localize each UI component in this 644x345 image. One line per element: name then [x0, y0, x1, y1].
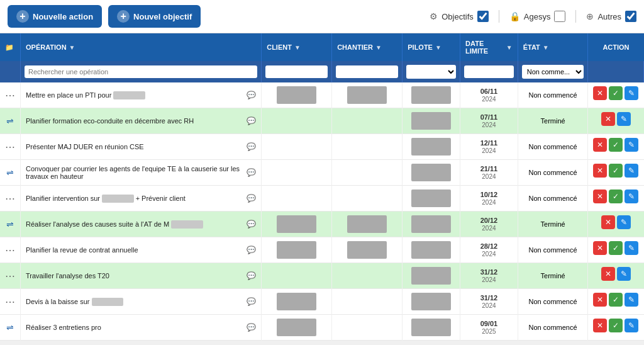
operation-cell: Réaliser l'analyse des causes suite à l'…: [21, 212, 262, 237]
etat-badge: Terminé: [541, 117, 565, 125]
operation-text: Réaliser l'analyse des causes suite à l'…: [26, 220, 243, 229]
delete-button[interactable]: ✕: [593, 293, 607, 307]
operation-cell: Présenter MAJ DUER en réunion CSE💬: [21, 134, 262, 160]
etat-badge: Terminé: [541, 220, 565, 228]
action-cell: ✕✓✎: [588, 186, 643, 207]
col-etat-header[interactable]: ÉTAT ▼: [518, 33, 588, 61]
chantier-cell: [332, 263, 402, 289]
delete-button[interactable]: ✕: [593, 164, 607, 178]
delete-button[interactable]: ✕: [593, 241, 607, 255]
table-row: ⇌Réaliser l'analyse des causes suite à l…: [0, 212, 644, 237]
sort-etat-icon: ▼: [543, 44, 549, 51]
operation-cell: Planifier formation eco-conduite en déce…: [21, 108, 262, 134]
col-date-header[interactable]: DATE LIMITE ▼: [460, 33, 518, 61]
operation-text: Planifier la revue de contrat annuelle: [26, 246, 243, 254]
pilote-cell: ████████████: [402, 315, 460, 341]
validate-button[interactable]: ✓: [609, 138, 623, 152]
dots-icon: ⋯: [5, 245, 15, 256]
filter-client-input[interactable]: [265, 65, 328, 78]
pilote-cell: ████████████: [402, 186, 460, 212]
col-operation-header[interactable]: OPÉRATION ▼: [21, 33, 262, 61]
client-cell: ████████████: [262, 212, 332, 237]
client-cell: [262, 263, 332, 289]
edit-button[interactable]: ✎: [617, 267, 631, 281]
etat-cell: Non commencé: [518, 186, 588, 212]
validate-button[interactable]: ✓: [609, 319, 623, 332]
edit-button[interactable]: ✎: [617, 112, 631, 126]
date-year: 2024: [482, 251, 496, 257]
edit-button[interactable]: ✎: [625, 319, 638, 332]
table-row: ⋯Mettre en place un PTI pour ██████💬████…: [0, 82, 644, 108]
date-year: 2024: [482, 96, 496, 103]
filter-date-input[interactable]: 31/12/2024: [464, 65, 514, 78]
etat-badge: Non commencé: [529, 169, 577, 176]
delete-button[interactable]: ✕: [593, 138, 607, 152]
new-action-label: Nouvelle action: [33, 12, 93, 21]
etat-cell: Non commencé: [518, 160, 588, 186]
new-action-button[interactable]: + Nouvelle action: [8, 5, 102, 28]
date-year: 2025: [482, 328, 496, 335]
filter-operation-input[interactable]: [25, 65, 257, 78]
filter-pilote-select[interactable]: [406, 65, 456, 79]
chat-icon: 💬: [247, 116, 256, 125]
delete-button[interactable]: ✕: [593, 319, 607, 332]
date-year: 2024: [482, 173, 496, 180]
filter-objectifs-checkbox[interactable]: [477, 11, 489, 22]
pilote-blurred: ████████████: [411, 86, 451, 104]
chantier-cell: [332, 315, 402, 341]
validate-button[interactable]: ✓: [609, 86, 623, 100]
new-objectif-label: Nouvel objectif: [133, 12, 192, 21]
delete-button[interactable]: ✕: [601, 112, 615, 126]
validate-button[interactable]: ✓: [609, 241, 623, 255]
sort-date-icon: ▼: [506, 44, 513, 51]
new-objectif-button[interactable]: + Nouvel objectif: [108, 5, 201, 28]
table-row: ⋯Devis à la baisse sur ██████💬██████████…: [0, 289, 644, 315]
pilote-cell: ████████████: [402, 160, 460, 186]
delete-button[interactable]: ✕: [593, 86, 607, 100]
row-icon-cell: ⋯: [0, 237, 21, 263]
filter-chantier-input[interactable]: [336, 65, 398, 78]
edit-button[interactable]: ✎: [625, 241, 638, 255]
filter-agesys-checkbox[interactable]: [554, 11, 565, 22]
pilote-cell: ████████████: [402, 289, 460, 315]
edit-button[interactable]: ✎: [625, 86, 638, 100]
col-pilote-header[interactable]: PILOTE ▼: [402, 33, 460, 61]
operation-cell: Planifier la revue de contrat annuelle💬: [21, 237, 262, 263]
chat-icon: 💬: [247, 271, 256, 280]
action-cell: ✕✓✎: [588, 134, 643, 156]
date-cell: 06/112024: [460, 82, 518, 108]
chantier-cell: [332, 108, 402, 134]
operation-text: Convoquer par courrier les agents de l'e…: [26, 165, 243, 180]
date-year: 2024: [482, 122, 496, 128]
edit-button[interactable]: ✎: [625, 164, 638, 178]
delete-button[interactable]: ✕: [601, 267, 615, 281]
col-client-header[interactable]: CLIENT ▼: [262, 33, 332, 61]
filter-row-icon: ⇌: [6, 167, 14, 178]
date-cell: 10/122024: [460, 186, 518, 212]
date-cell: 09/012025: [460, 315, 518, 341]
delete-button[interactable]: ✕: [593, 189, 607, 203]
table-row: ⇌Planifier formation eco-conduite en déc…: [0, 108, 644, 134]
edit-button[interactable]: ✎: [617, 215, 631, 229]
edit-button[interactable]: ✎: [625, 138, 638, 152]
operation-text: Présenter MAJ DUER en réunion CSE: [26, 143, 243, 150]
col-chantier-header[interactable]: CHANTIER ▼: [332, 33, 402, 61]
etat-badge: Non commencé: [529, 298, 577, 305]
operation-cell: Devis à la baisse sur ██████💬: [21, 289, 262, 315]
delete-button[interactable]: ✕: [601, 215, 615, 229]
operation-cell: Mettre en place un PTI pour ██████💬: [21, 82, 262, 108]
chantier-cell: [332, 160, 402, 186]
col-action-header: ACTION: [588, 33, 644, 61]
row-icon-cell: ⋯: [0, 82, 21, 108]
chantier-cell: [332, 134, 402, 160]
filter-etat-select[interactable]: Non comme...: [522, 65, 584, 79]
edit-button[interactable]: ✎: [625, 293, 638, 307]
validate-button[interactable]: ✓: [609, 164, 623, 178]
validate-button[interactable]: ✓: [609, 189, 623, 203]
operation-text: Planifier formation eco-conduite en déce…: [26, 117, 243, 125]
validate-button[interactable]: ✓: [609, 293, 623, 307]
pilote-blurred: ████████████: [411, 319, 451, 336]
etat-cell: Terminé: [518, 263, 588, 289]
filter-autres-checkbox[interactable]: [625, 11, 636, 22]
edit-button[interactable]: ✎: [625, 189, 638, 203]
